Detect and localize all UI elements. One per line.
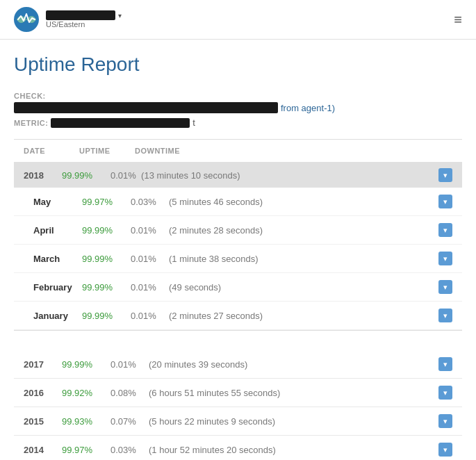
other-year-chevron-icon: ▾ [438, 357, 452, 371]
timezone-label: US/Eastern [46, 20, 122, 28]
metric-label: METRIC: [14, 119, 48, 127]
brand-name-redacted [46, 10, 115, 20]
month-name: May [33, 197, 82, 207]
month-row[interactable]: May 99.97% 0.03% (5 minutes 46 seconds) … [14, 188, 462, 216]
other-year-uptime: 99.99% [62, 359, 110, 370]
header-left: ▾ US/Eastern [14, 7, 122, 32]
other-year-row[interactable]: 2016 99.92% 0.08% (6 hours 51 minutes 55… [14, 378, 462, 406]
month-chevron-icon: ▾ [438, 223, 452, 237]
month-downtime-pct: 0.01% [131, 225, 169, 236]
metric-redacted [51, 118, 190, 128]
expanded-year-section: 2018 99.99% 0.01% (13 minutes 10 seconds… [14, 163, 462, 331]
month-name: February [33, 282, 82, 293]
month-chevron-icon: ▾ [438, 309, 452, 322]
month-uptime: 99.99% [82, 311, 131, 321]
hamburger-button[interactable]: ≡ [454, 12, 462, 28]
year-row-2018[interactable]: 2018 99.99% 0.01% (13 minutes 10 seconds… [14, 163, 462, 188]
other-year-chevron-icon: ▾ [438, 443, 452, 457]
other-year-chevron-icon: ▾ [438, 386, 452, 400]
page-title: Uptime Report [14, 54, 462, 76]
page-content: Uptime Report CHECK: from agent-1) METRI… [0, 40, 476, 460]
month-uptime: 99.97% [82, 197, 131, 207]
other-year-uptime: 99.92% [62, 388, 110, 398]
other-year-uptime: 99.93% [62, 416, 110, 427]
month-uptime: 99.99% [82, 282, 131, 293]
month-uptime: 99.99% [82, 254, 131, 264]
month-row[interactable]: February 99.99% 0.01% (49 seconds) ▾ [14, 273, 462, 302]
table-header: DATE UPTIME DOWNTIME [14, 140, 462, 163]
other-year-chevron-icon: ▾ [438, 414, 452, 428]
other-years-section: 2017 99.99% 0.01% (20 minutes 39 seconds… [14, 350, 462, 460]
month-chevron-icon: ▾ [438, 195, 452, 208]
metric-row: METRIC: t [14, 117, 462, 128]
brand-section: ▾ US/Eastern [46, 10, 122, 28]
other-year-downtime-detail: (6 hours 51 minutes 55 seconds) [149, 388, 438, 398]
check-redacted [14, 102, 278, 113]
other-year-downtime-pct: 0.07% [110, 416, 149, 427]
brand-chevron-icon: ▾ [118, 12, 122, 19]
month-rows: May 99.97% 0.03% (5 minutes 46 seconds) … [14, 188, 462, 330]
month-downtime-pct: 0.03% [131, 197, 169, 207]
month-name: January [33, 311, 82, 321]
month-row[interactable]: January 99.99% 0.01% (2 minutes 27 secon… [14, 302, 462, 330]
check-section: CHECK: from agent-1) [14, 90, 462, 113]
other-year-downtime-detail: (1 hour 52 minutes 20 seconds) [149, 445, 438, 455]
month-row[interactable]: March 99.99% 0.01% (1 minute 38 seconds)… [14, 245, 462, 273]
other-year-row[interactable]: 2015 99.93% 0.07% (5 hours 22 minutes 9 … [14, 406, 462, 435]
other-year-label: 2015 [24, 416, 62, 427]
other-year-label: 2016 [24, 388, 62, 398]
year-section-gap [14, 331, 462, 340]
other-year-downtime-pct: 0.01% [110, 359, 149, 370]
other-year-label: 2014 [24, 445, 62, 455]
month-downtime-pct: 0.01% [131, 282, 169, 293]
check-value-row: from agent-1) [14, 102, 462, 113]
col-downtime-header: DOWNTIME [135, 147, 180, 155]
month-downtime-pct: 0.01% [131, 311, 169, 321]
brand-name-row[interactable]: ▾ [46, 10, 122, 20]
other-year-downtime-pct: 0.08% [110, 388, 149, 398]
other-year-downtime-detail: (20 minutes 39 seconds) [149, 359, 438, 370]
other-year-row[interactable]: 2017 99.99% 0.01% (20 minutes 39 seconds… [14, 350, 462, 378]
month-downtime-pct: 0.01% [131, 254, 169, 264]
month-name: March [33, 254, 82, 264]
metric-suffix: t [192, 117, 195, 128]
month-chevron-icon: ▾ [438, 252, 452, 265]
logo-icon [14, 7, 39, 32]
month-uptime: 99.99% [82, 225, 131, 236]
other-year-row[interactable]: 2014 99.97% 0.03% (1 hour 52 minutes 20 … [14, 435, 462, 460]
other-year-downtime-pct: 0.03% [110, 445, 149, 455]
other-year-label: 2017 [24, 359, 62, 370]
month-row[interactable]: April 99.99% 0.01% (2 minutes 28 seconds… [14, 216, 462, 245]
year-2018-uptime: 99.99% [62, 170, 110, 181]
col-uptime-header: UPTIME [79, 147, 135, 155]
month-downtime-detail: (1 minute 38 seconds) [169, 254, 438, 264]
month-chevron-icon: ▾ [438, 280, 452, 294]
month-downtime-detail: (2 minutes 27 seconds) [169, 311, 438, 321]
month-downtime-detail: (2 minutes 28 seconds) [169, 225, 438, 236]
check-label: CHECK: [14, 92, 46, 100]
month-name: April [33, 225, 82, 236]
header: ▾ US/Eastern ≡ [0, 0, 476, 40]
year-2018-downtime: 0.01% (13 minutes 10 seconds) [110, 170, 438, 181]
col-date-header: DATE [24, 147, 79, 155]
other-year-downtime-detail: (5 hours 22 minutes 9 seconds) [149, 416, 438, 427]
other-year-uptime: 99.97% [62, 445, 110, 455]
year-2018-chevron: ▾ [438, 168, 452, 182]
month-downtime-detail: (49 seconds) [169, 282, 438, 293]
check-link[interactable]: from agent-1) [281, 103, 335, 113]
month-downtime-detail: (5 minutes 46 seconds) [169, 197, 438, 207]
year-2018-label: 2018 [24, 170, 62, 181]
